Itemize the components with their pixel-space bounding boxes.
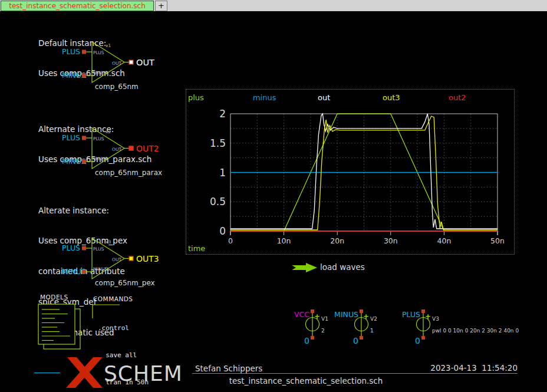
instance-designator: x2 (106, 129, 111, 134)
source-designator: V2 (370, 316, 377, 322)
net-label-out: OUT3 (136, 254, 159, 263)
pin-name: MINUS (93, 156, 108, 162)
pin-square (360, 336, 363, 340)
gnd-label: 0 (353, 336, 358, 345)
load-waves-arrow-icon[interactable] (292, 262, 318, 273)
footer-underline (192, 373, 518, 374)
pin-square (421, 336, 425, 340)
waveform-graph[interactable]: plus minus out out3 out2 010n20n30n40n50… (186, 89, 515, 255)
pin-name: PLUS (93, 246, 104, 252)
note-line: Alterate instance: (38, 206, 127, 216)
pin-name: MINUS (93, 70, 108, 75)
models-doc-front-icon (38, 304, 75, 344)
comparator-instance-x1[interactable]: PLUS MINUS PLUS MINUS OUT x1 OUT comp_65… (59, 39, 186, 93)
timestamp: 2023-04-13 11:54:20 (377, 363, 518, 373)
net-label-minus: MINUS (334, 310, 358, 319)
pin-square (311, 336, 314, 340)
output-pin-square (129, 146, 133, 150)
new-tab-button[interactable]: + (155, 1, 167, 11)
x-axis-label: time (188, 244, 205, 253)
pin-square (82, 160, 86, 164)
cell-name: comp_65nm (95, 83, 139, 91)
pin-square (82, 246, 86, 251)
source-designator: V1 (321, 316, 328, 322)
author-name: Stefan Schippers (195, 364, 262, 373)
load-waves-button[interactable]: load waves (320, 262, 365, 272)
instance-designator: x1 (106, 43, 111, 48)
xschem-logo-text: SCHEM (104, 361, 183, 386)
gnd-label: 0 (304, 336, 309, 345)
models-label: MODELS (40, 294, 68, 301)
voltage-source-v2[interactable]: MINUS + V2 1 0 (341, 309, 400, 347)
waveform-plot[interactable]: 010n20n30n40n50n00.511.52 (186, 90, 514, 254)
gnd-label: 0 (415, 336, 420, 345)
pin-square (82, 270, 86, 274)
tab-current-schematic[interactable]: test_instance_schematic_selection.sch (1, 1, 154, 11)
pin-name: PLUS (93, 50, 104, 55)
output-pin-square (129, 60, 133, 64)
pin-name: OUT (112, 61, 121, 66)
pin-name: OUT (112, 147, 121, 152)
comparator-instance-x3[interactable]: PLUS MINUS PLUS MINUS OUT x3 OUT3 comp_6… (59, 235, 186, 289)
decorative-line (34, 373, 60, 373)
y-tick-label: 1 (219, 167, 226, 179)
y-tick-label: 0 (219, 225, 226, 237)
y-tick-label: 1.5 (210, 137, 226, 149)
source-value: 2 (321, 328, 325, 334)
instance-designator: x3 (106, 239, 111, 245)
output-pin-square (129, 256, 133, 261)
x-tick-label: 0 (228, 236, 233, 245)
net-label-out: OUT (136, 58, 154, 67)
net-label-plus: PLUS (62, 133, 80, 142)
spice-line: save all (98, 351, 274, 360)
x-tick-label: 20n (330, 236, 344, 245)
net-label-plus: PLUS (402, 310, 420, 319)
spice-line: .control (98, 324, 274, 332)
source-designator: V3 (432, 316, 439, 322)
sheet-title: test_instance_schematic_selection.sch (195, 376, 417, 386)
pin-name: OUT (112, 257, 121, 262)
pin-square (82, 74, 86, 78)
net-label-plus: PLUS (62, 243, 80, 252)
pin-square (82, 50, 86, 54)
pin-name: MINUS (93, 266, 108, 272)
pin-name: PLUS (93, 136, 104, 141)
net-label-plus: PLUS (62, 47, 80, 56)
x-tick-label: 30n (384, 236, 398, 245)
source-value: 1 (370, 328, 374, 334)
xschem-logo-x-icon (66, 357, 104, 388)
cell-name: comp_65nm_parax (95, 169, 162, 177)
x-tick-label: 40n (437, 236, 451, 245)
net-label-out: OUT2 (136, 144, 159, 153)
cell-name: comp_65nm_pex (95, 279, 155, 287)
y-tick-label: 2 (219, 108, 226, 120)
y-tick-label: 0.5 (210, 196, 226, 207)
voltage-source-v3[interactable]: PLUS + V3 pwl 0 0 10n 0 20n 2 30n 2 40n … (403, 309, 546, 347)
comparator-instance-x2[interactable]: PLUS MINUS PLUS MINUS OUT x2 OUT2 comp_6… (59, 125, 186, 179)
source-value: pwl 0 0 10n 0 20n 2 30n 2 40n 0 (432, 328, 519, 334)
x-tick-label: 50n (490, 236, 505, 245)
models-symbol[interactable]: MODELS (35, 294, 88, 353)
commands-label: COMMANDS (93, 295, 133, 302)
x-tick-label: 10n (277, 236, 291, 245)
tab-bar: test_instance_schematic_selection.sch + (0, 0, 547, 11)
pin-square (82, 136, 86, 140)
net-label-vcc: VCC (294, 310, 309, 319)
